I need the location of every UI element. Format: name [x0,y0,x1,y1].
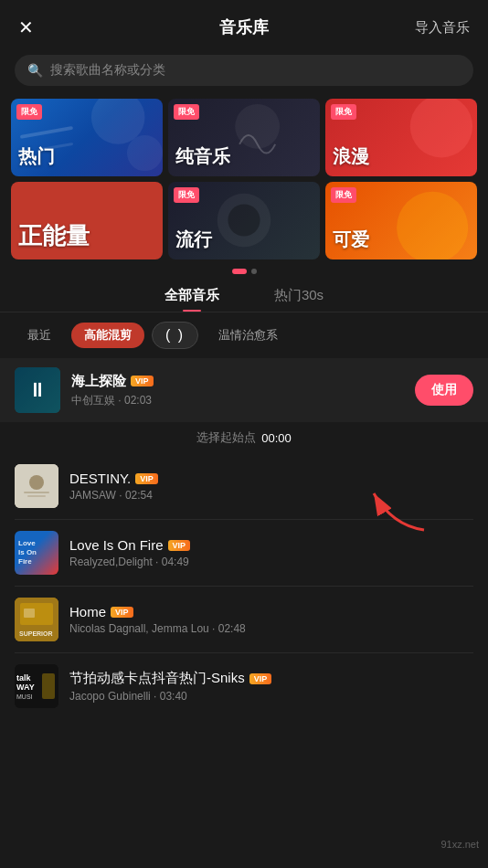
close-button[interactable]: ✕ [18,16,34,38]
header: ✕ 音乐库 导入音乐 [0,0,488,48]
song-list: DESTINY. VIP JAMSAW · 02:54 Love Is On F… [0,453,488,719]
category-popular[interactable]: 限免 流行 [168,182,320,259]
start-time-value: 00:00 [261,431,292,445]
svg-rect-12 [24,492,49,493]
filter-bracket[interactable]: ( ) [152,322,198,349]
svg-text:MUSI: MUSI [16,693,33,700]
filter-row: 最近 高能混剪 ( ) 温情治愈系 [0,312,488,358]
song-meta-destiny: JAMSAW · 02:54 [69,489,473,502]
song-info-home: Home VIP Nicolas Dagnall, Jemma Lou · 02… [69,604,473,635]
vip-badge-hotmen: 限免 [16,104,42,120]
song-title-jiepai: 节拍动感卡点抖音热门-Sniks [69,670,245,687]
vip-badge-romantic: 限免 [331,104,356,120]
dot-2 [251,269,257,274]
category-label-cute: 可爱 [333,228,369,252]
song-thumb-home: SUPERIOR [15,598,58,641]
svg-point-4 [235,104,280,149]
svg-point-8 [397,192,468,259]
playing-song-title: 海上探险 [71,373,126,390]
song-info-jiepai: 节拍动感卡点抖音热门-Sniks VIP Jacopo Gubinelli · … [69,670,473,703]
song-info-destiny: DESTINY. VIP JAMSAW · 02:54 [69,471,473,502]
svg-text:talk: talk [16,673,32,683]
playing-song-item: ⏸ 海上探险 VIP 中创互娱 · 02:03 使用 [0,358,488,422]
song-item-jiepai[interactable]: talk WAY MUSI 节拍动感卡点抖音热门-Sniks VIP Jacop… [15,653,473,719]
vip-badge-cute: 限免 [331,187,356,203]
svg-rect-13 [27,495,46,497]
start-time-label: 选择起始点 [196,429,256,446]
svg-text:WAY: WAY [16,683,35,692]
song-title-lovefire: Love Is On Fire [69,537,164,553]
filter-warmheal[interactable]: 温情治愈系 [206,323,291,348]
playing-song-info: 海上探险 VIP 中创互娱 · 02:03 [71,373,415,408]
svg-text:Is On: Is On [18,548,37,556]
category-label-romantic: 浪漫 [333,144,369,169]
page-title: 音乐库 [219,16,269,38]
search-bar[interactable]: 🔍 搜索歌曲名称或分类 [15,55,473,86]
search-input[interactable]: 搜索歌曲名称或分类 [50,62,165,79]
song-item-destiny[interactable]: DESTINY. VIP JAMSAW · 02:54 [15,453,473,520]
song-thumb-lovefire: Love Is On Fire [15,531,58,575]
svg-point-11 [29,475,44,490]
category-label-positive: 正能量 [18,220,90,252]
vip-tag-home: VIP [111,607,133,618]
playing-song-thumb: ⏸ [15,367,60,413]
svg-point-7 [228,204,260,236]
vip-badge-popular: 限免 [174,187,199,203]
svg-text:Fire: Fire [18,557,32,566]
pause-icon[interactable]: ⏸ [15,367,60,413]
vip-tag-jiepai: VIP [249,673,272,684]
song-meta-lovefire: Realyzed,Delight · 04:49 [69,556,473,568]
category-pure[interactable]: 限免 纯音乐 [168,99,320,176]
song-thumb-destiny [15,464,58,508]
start-time-row: 选择起始点 00:00 [0,422,488,453]
main-tabs: 全部音乐 热门30s [0,281,488,312]
category-grid: 限免 热门 限免 纯音乐 限免 浪漫 正能量 [0,99,488,259]
song-title-destiny: DESTINY. [69,471,131,486]
song-thumb-jiepai: talk WAY MUSI [15,664,58,708]
svg-text:Love: Love [18,539,36,547]
category-hotmen[interactable]: 限免 热门 [11,99,163,176]
svg-rect-26 [42,673,55,699]
page-dots [0,269,488,274]
dot-1 [232,269,247,274]
vip-tag-destiny: VIP [135,473,158,484]
playing-song-meta: 中创互娱 · 02:03 [71,393,415,408]
filter-recent[interactable]: 最近 [15,323,64,348]
category-positive[interactable]: 正能量 [11,182,163,259]
svg-point-1 [127,135,163,171]
category-label-pure: 纯音乐 [175,144,230,169]
vip-badge-pure: 限免 [174,104,199,120]
category-label-hotmen: 热门 [18,144,55,169]
svg-text:SUPERIOR: SUPERIOR [19,630,53,637]
song-item-lovefire[interactable]: Love Is On Fire Love Is On Fire VIP Real… [15,520,473,587]
watermark: 91xz.net [440,839,479,850]
category-label-popular: 流行 [175,228,212,252]
vip-tag-lovefire: VIP [168,540,191,551]
tab-hot-30s[interactable]: 热门30s [274,287,324,312]
song-title-home: Home [69,604,106,619]
svg-rect-20 [24,609,35,618]
import-music-button[interactable]: 导入音乐 [415,19,470,37]
playing-vip-tag: VIP [131,376,154,386]
song-meta-home: Nicolas Dagnall, Jemma Lou · 02:48 [69,622,473,635]
filter-highenergy[interactable]: 高能混剪 [71,323,144,348]
tab-all-music[interactable]: 全部音乐 [164,287,219,312]
song-info-lovefire: Love Is On Fire VIP Realyzed,Delight · 0… [69,537,473,568]
search-icon: 🔍 [27,63,43,78]
svg-rect-2 [20,126,73,139]
use-button[interactable]: 使用 [415,375,473,406]
song-item-home[interactable]: SUPERIOR Home VIP Nicolas Dagnall, Jemma… [15,587,473,653]
category-romantic[interactable]: 限免 浪漫 [325,99,477,176]
category-cute[interactable]: 限免 可爱 [325,182,477,259]
song-meta-jiepai: Jacopo Gubinelli · 03:40 [69,690,473,703]
svg-point-5 [410,99,472,157]
